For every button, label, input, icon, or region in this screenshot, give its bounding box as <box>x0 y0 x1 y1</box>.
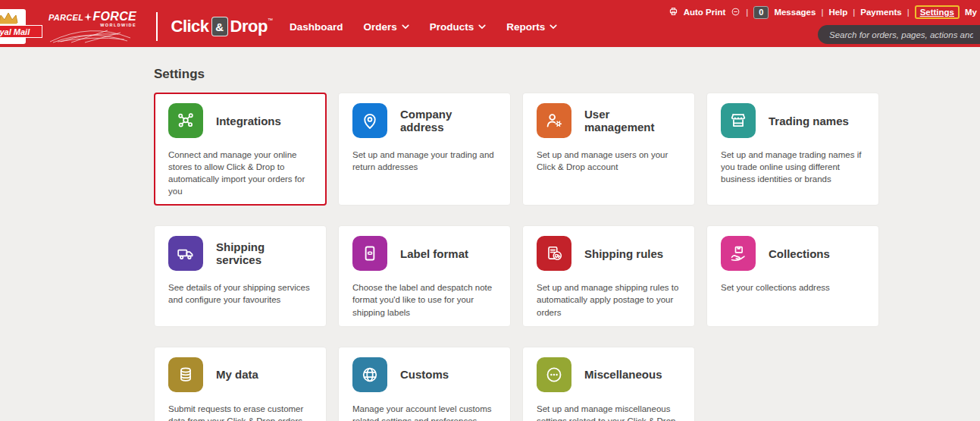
main-nav: Dashboard Orders Products Reports <box>290 21 557 33</box>
card-title: Shipping services <box>216 240 312 266</box>
ellipsis-circle-icon <box>537 357 571 392</box>
parcelforce-parcel-text: PARCEL <box>49 13 83 22</box>
card-description: Set your collections address <box>721 281 865 294</box>
settings-card-company-address[interactable]: Company address Set up and manage your t… <box>338 93 511 206</box>
royal-mail-banner: Royal Mail <box>0 25 42 38</box>
storefront-icon <box>721 103 756 138</box>
user-gear-icon <box>537 103 571 138</box>
settings-page: Settings Integrations Connect and manage… <box>0 47 980 421</box>
logo-click-text: Click <box>171 17 209 36</box>
crown-icon <box>0 11 20 24</box>
truck-icon <box>168 236 203 271</box>
card-description: Manage your account level customs relate… <box>352 403 496 421</box>
database-icon <box>168 357 203 392</box>
nav-dashboard-label: Dashboard <box>290 21 343 33</box>
royal-mail-wordmark: Royal Mail <box>0 27 30 36</box>
nav-orders-label: Orders <box>363 21 396 33</box>
search-input[interactable] <box>829 30 973 39</box>
card-description: See details of your shipping services an… <box>168 281 312 306</box>
card-title: User management <box>584 108 681 134</box>
card-description: Choose the label and despatch note forma… <box>352 281 496 318</box>
card-description: Submit requests to erase customer data f… <box>168 403 312 421</box>
nav-products-label: Products <box>430 21 474 33</box>
card-description: Set up and manage your trading and retur… <box>352 149 496 173</box>
logo-trademark: ™ <box>268 17 273 23</box>
card-description: Connect and manage your online stores to… <box>168 149 312 197</box>
settings-card-integrations[interactable]: Integrations Connect and manage your onl… <box>154 93 327 206</box>
parcelforce-force-text: FORCE <box>93 10 137 24</box>
card-description: Set up and manage shipping rules to auto… <box>537 281 681 318</box>
card-title: Miscellaneous <box>584 368 662 381</box>
globe-icon <box>352 357 387 392</box>
chevron-down-icon <box>402 24 409 30</box>
nav-orders[interactable]: Orders <box>363 21 409 33</box>
card-title: My data <box>216 368 258 381</box>
card-title: Shipping rules <box>584 247 663 260</box>
nav-dashboard[interactable]: Dashboard <box>290 21 343 33</box>
globe-wireframe-icon <box>49 28 132 43</box>
logo-drop-text: Drop <box>230 17 268 36</box>
header-divider <box>156 12 158 41</box>
hand-package-icon <box>721 236 756 271</box>
nav-reports-label: Reports <box>506 21 545 33</box>
nav-products[interactable]: Products <box>430 21 487 33</box>
chevron-down-icon <box>478 24 486 30</box>
settings-card-label-format[interactable]: Label format Choose the label and despat… <box>338 225 511 326</box>
chevron-down-icon <box>549 24 557 30</box>
global-search <box>818 25 980 44</box>
settings-card-customs[interactable]: Customs Manage your account level custom… <box>338 347 511 421</box>
settings-card-trading-names[interactable]: Trading names Set up and manage trading … <box>706 93 879 206</box>
logo-ampersand-badge: & <box>211 17 228 36</box>
document-truck-icon <box>537 236 571 271</box>
page-title: Settings <box>154 67 980 82</box>
card-title: Customs <box>400 368 449 381</box>
settings-card-collections[interactable]: Collections Set your collections address <box>706 225 879 326</box>
app-header: Auto Print | 0 Messages | Help | Payment… <box>0 0 980 47</box>
parcelforce-logo: PARCEL FORCE WORLDWIDE <box>49 10 136 43</box>
nav-reports[interactable]: Reports <box>506 21 557 33</box>
card-description: Set up and manage miscellaneous settings… <box>537 403 681 421</box>
settings-card-miscellaneous[interactable]: Miscellaneous Set up and manage miscella… <box>522 347 695 421</box>
royal-mail-logo: Royal Mail <box>0 9 26 44</box>
card-title: Trading names <box>769 115 849 127</box>
card-description: Set up and manage trading names if you t… <box>721 149 865 185</box>
click-and-drop-logo[interactable]: Click & Drop ™ <box>171 17 273 36</box>
settings-card-grid: Integrations Connect and manage your onl… <box>154 93 879 421</box>
settings-card-user-management[interactable]: User management Set up and manage users … <box>522 93 695 206</box>
settings-card-shipping-rules[interactable]: Shipping rules Set up and manage shippin… <box>522 225 695 326</box>
integrations-icon <box>168 103 203 138</box>
parcelforce-star-icon <box>84 13 92 21</box>
settings-card-my-data[interactable]: My data Submit requests to erase custome… <box>154 347 327 421</box>
card-title: Integrations <box>216 115 281 127</box>
settings-card-shipping-services[interactable]: Shipping services See details of your sh… <box>154 225 327 326</box>
location-pin-icon <box>352 103 387 138</box>
card-title: Collections <box>769 247 830 260</box>
card-description: Set up and manage users on your Click & … <box>537 149 681 173</box>
label-document-icon <box>352 236 387 271</box>
card-title: Label format <box>400 247 468 260</box>
card-title: Company address <box>400 108 496 134</box>
